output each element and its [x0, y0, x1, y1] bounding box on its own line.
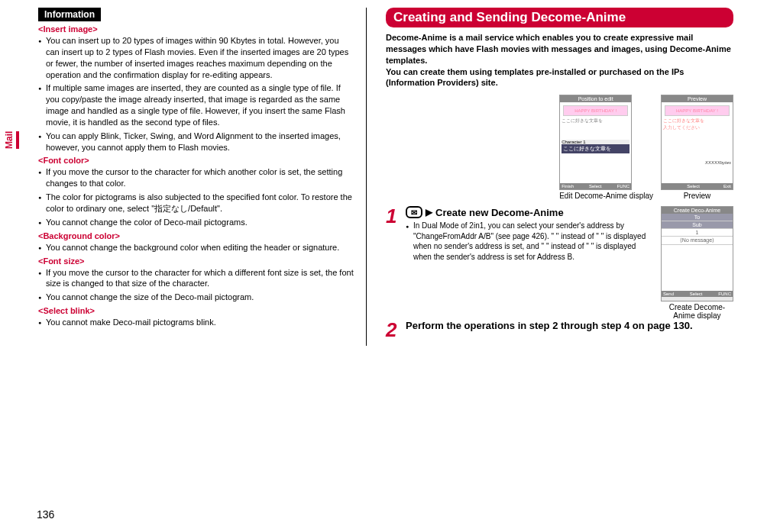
softkey-left: Send — [663, 292, 674, 296]
screen-topbar: Create Deco-Anime — [662, 207, 733, 214]
bytes-text: XXXXXbytes — [663, 160, 731, 165]
bullet: You can apply Blink, Ticker, Swing, and … — [38, 131, 354, 153]
create-screen: Create Deco-Anime To Sub 1 ⟨No message⟩ … — [661, 206, 733, 301]
shot-caption: Edit Decome-Anime display — [559, 192, 653, 200]
jp-text: ここに好きな文章を 入力してください — [663, 118, 731, 131]
edit-screen: Position to edit HAPPY BIRTHDAY ! ここに好きな… — [559, 95, 632, 190]
bullet: You cannot change the background color w… — [38, 242, 354, 253]
softkey-right: FUNC — [718, 292, 731, 296]
row-sub: Sub — [662, 221, 733, 229]
jp-text: ここに好きな文章を — [561, 118, 629, 124]
birthday-text: HAPPY BIRTHDAY ! — [665, 105, 730, 116]
bullet: If multiple same images are inserted, th… — [38, 82, 354, 127]
birthday-text: HAPPY BIRTHDAY ! — [563, 105, 628, 116]
section-insert-image: <Insert image> — [38, 24, 354, 34]
section-select-blink: <Select blink> — [38, 306, 354, 315]
step2-title: Perform the operations in step 2 through… — [406, 320, 693, 333]
screen-topbar: Preview — [662, 95, 733, 102]
preview-bar: ここに好きな文章を — [561, 144, 629, 153]
row-to: To — [662, 214, 733, 221]
intro-text: Decome-Anime is a mail service which ena… — [386, 32, 733, 89]
bullet: You cannot make Deco-mail pictograms bli… — [38, 317, 354, 328]
page-title: Creating and Sending Decome-Anime — [386, 8, 733, 27]
bullet: You cannot change the color of Deco-mail… — [38, 217, 354, 228]
row-msg: ⟨No message⟩ — [662, 237, 733, 245]
bullet: If you move the cursor to the character … — [38, 166, 354, 189]
softkey-left: Finish — [561, 184, 574, 189]
information-header: Information — [38, 8, 101, 21]
right-column: Creating and Sending Decome-Anime Decome… — [382, 8, 733, 346]
shot-caption: Preview — [661, 192, 733, 200]
softkey-right: FUNC — [617, 184, 630, 189]
softkey-right: Exit — [723, 184, 731, 189]
left-column: Information <Insert image> You can inser… — [23, 8, 367, 346]
softkey-mid: Select — [690, 292, 703, 296]
step-number-2: 2 — [386, 320, 401, 340]
page-number: 136 — [37, 508, 54, 521]
bullet: If you move the cursor to the character … — [38, 267, 354, 290]
softkey-mid: Select — [687, 184, 700, 189]
arrow-icon: ▶ — [426, 207, 432, 218]
softkey-mid: Select — [589, 184, 602, 189]
section-background-color: <Background color> — [38, 231, 354, 240]
step1-title: Create new Decome-Anime — [435, 207, 564, 218]
step-number-1: 1 — [386, 206, 401, 264]
section-font-color: <Font color> — [38, 156, 354, 165]
preview-screen: Preview HAPPY BIRTHDAY ! ここに好きな文章を 入力してく… — [661, 95, 733, 190]
bullet: The color for pictograms is also subject… — [38, 192, 354, 214]
bullet: You can insert up to 20 types of images … — [38, 35, 354, 80]
bullet: You cannot change the size of the Deco-m… — [38, 292, 354, 303]
shot-caption: Create Decome-Anime display — [661, 303, 733, 320]
side-tab: Mail — [4, 131, 19, 149]
screen-topbar: Position to edit — [560, 95, 631, 102]
section-font-size: <Font size> — [38, 256, 354, 266]
mail-icon: ✉ — [406, 206, 422, 218]
row-1: 1 — [662, 229, 733, 237]
step1-detail: In Dual Mode of 2in1, you can select you… — [406, 221, 653, 262]
